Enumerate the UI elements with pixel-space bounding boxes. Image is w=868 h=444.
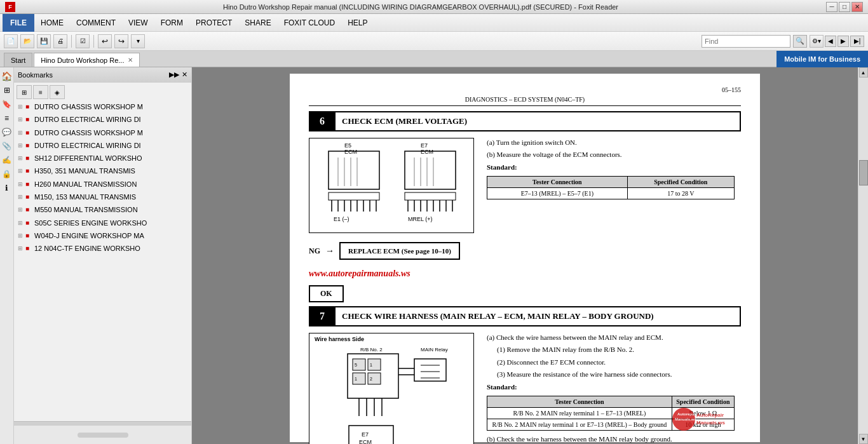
close-button[interactable]: ✕ (851, 2, 863, 12)
ng-label: NG (309, 246, 320, 256)
expand-icon[interactable]: ▶▶ (169, 71, 179, 79)
checkbox-button[interactable]: ☑ (76, 34, 90, 48)
table6-header-1: Specified Condition (627, 177, 734, 188)
iconbar-attach[interactable]: 📎 (1, 140, 13, 152)
scroll-up-button[interactable]: ▲ (859, 67, 868, 77)
window-controls[interactable]: ─ □ ✕ (826, 2, 863, 12)
menu-foxit-cloud[interactable]: FOXIT CLOUD (278, 14, 341, 32)
svg-text:ECM: ECM (359, 439, 372, 444)
extra-button[interactable]: ▾ (131, 34, 145, 48)
diag-header-text: DIAGNOSTICS – ECD SYSTEM (N04C–TF) (465, 96, 585, 103)
nav-next-button[interactable]: ▶ (837, 36, 849, 47)
bookmarks-list: ⊞ ■ DUTRO CHASSIS WORKSHOP M ⊞ ■ DUTRO E… (14, 100, 191, 421)
bookmark-text-1: DUTRO ELECTRICAL WIRING DI (34, 115, 187, 124)
bookmark-item-11[interactable]: ⊞ ■ 12 N04C-TF ENGINE WORKSHO (14, 242, 191, 255)
svg-text:MREL (+): MREL (+) (408, 216, 432, 222)
print-button[interactable]: 🖨 (53, 34, 67, 48)
tab-start[interactable]: Start (4, 53, 32, 67)
redo-button[interactable]: ↪ (114, 34, 128, 48)
window-title: Hino Dutro Workshop Repair manual (INCLU… (15, 3, 826, 11)
nav-prev-button[interactable]: ◀ (825, 36, 836, 47)
bookmark-text-6: H260 MANUAL TRANSMISSION (34, 180, 187, 189)
iconbar-comments[interactable]: 💬 (1, 126, 13, 138)
iconbar-info[interactable]: ℹ (1, 182, 13, 194)
bookmark-item-3[interactable]: ⊞ ■ DUTRO ELECTRICAL WIRING DI (14, 139, 191, 152)
section7-box: 7 CHECK WIRE HARNESS (MAIN RELAY – ECM, … (309, 306, 741, 326)
right-scrollbar[interactable]: ▲ ▼ (858, 67, 868, 444)
undo-button[interactable]: ↩ (98, 34, 112, 48)
iconbar-bookmarks[interactable]: 🔖 (1, 98, 13, 111)
expand-arrow-2: ⊞ (18, 130, 23, 136)
section7-title: CHECK WIRE HARNESS (MAIN RELAY – ECM, MA… (334, 307, 740, 325)
bookmark-item-5[interactable]: ⊞ ■ H350, 351 MANUAL TRANSMIS (14, 165, 191, 177)
menu-comment[interactable]: COMMENT (70, 14, 122, 32)
svg-rect-3 (329, 192, 379, 200)
bookmark-item-4[interactable]: ⊞ ■ SH12 DIFFERENTIAL WORKSHO (14, 152, 191, 165)
iconbar-layers[interactable]: ≡ (1, 112, 13, 124)
menu-help[interactable]: HELP (341, 14, 374, 32)
search-input[interactable] (702, 35, 790, 48)
table6-header-0: Tester Connection (487, 177, 628, 188)
bookmark-item-10[interactable]: ⊞ ■ W04D-J ENGINE WORKSHOP MA (14, 229, 191, 242)
search-button[interactable]: 🔍 (793, 35, 807, 48)
menu-file[interactable]: FILE (3, 14, 34, 32)
bookmark-item-2[interactable]: ⊞ ■ DUTRO CHASSIS WORKSHOP M (14, 126, 191, 139)
menu-form[interactable]: FORM (154, 14, 189, 32)
tab-close-icon[interactable]: ✕ (128, 57, 133, 64)
bookmark-text-0: DUTRO CHASSIS WORKSHOP M (34, 102, 187, 111)
section6-instructions: (a) Turn the ignition switch ON. (b) Mea… (487, 138, 735, 233)
ng-replace-row: NG → REPLACE ECM (See page 10–10) (309, 238, 741, 264)
iconbar-sign[interactable]: ✍ (1, 154, 13, 166)
sidebar-tools: ⊞ ≡ ◈ (14, 83, 191, 100)
iconbar-lock[interactable]: 🔒 (1, 168, 13, 180)
minimize-button[interactable]: ─ (826, 2, 837, 12)
sidebar-tool-3[interactable]: ◈ (50, 85, 65, 99)
bookmark-icon-8: ■ (25, 206, 32, 213)
save-button[interactable]: 💾 (37, 34, 51, 48)
nav-last-button[interactable]: ▶| (850, 36, 864, 47)
bookmark-text-8: M550 MANUAL TRANSMISSION (34, 205, 187, 214)
menu-protect[interactable]: PROTECT (189, 14, 238, 32)
bookmark-icon-0: ■ (25, 103, 32, 110)
bookmark-text-3: DUTRO ELECTRICAL WIRING DI (34, 141, 187, 150)
standard-label-6: Standard: (487, 163, 735, 172)
mobile-im-banner[interactable]: Mobile IM for Business (776, 51, 868, 67)
bookmark-text-11: 12 N04C-TF ENGINE WORKSHO (34, 244, 187, 253)
menu-home[interactable]: HOME (34, 14, 70, 32)
svg-text:E5: E5 (344, 142, 351, 149)
table7-row0-col0: R/B No. 2 MAIN relay terminal 1 – E7–13 … (487, 407, 672, 419)
restore-button[interactable]: □ (839, 2, 850, 12)
gear-area: ⚙▾ ◀ ▶ ▶| (810, 35, 864, 48)
tab-hino-label: Hino Dutro Workshop Re... (41, 57, 124, 64)
bookmark-text-7: M150, 153 MANUAL TRANSMIS (34, 192, 187, 201)
bookmark-item-7[interactable]: ⊞ ■ M150, 153 MANUAL TRANSMIS (14, 191, 191, 203)
table7-header-0: Tester Connection (487, 396, 672, 407)
bookmark-item-1[interactable]: ⊞ ■ DUTRO ELECTRICAL WIRING DI (14, 113, 191, 126)
scroll-thumb[interactable] (859, 160, 868, 185)
sidebar-tool-1[interactable]: ⊞ (17, 85, 32, 99)
bookmark-item-9[interactable]: ⊞ ■ S05C SERIES ENGINE WORKSHO (14, 217, 191, 229)
tab-hino[interactable]: Hino Dutro Workshop Re... ✕ (34, 53, 140, 67)
menu-view[interactable]: VIEW (122, 14, 154, 32)
open-button[interactable]: 📂 (20, 34, 34, 48)
iconbar-home[interactable]: 🏠 (1, 70, 13, 83)
expand-arrow-10: ⊞ (18, 232, 23, 239)
new-button[interactable]: 📄 (4, 34, 18, 48)
bookmark-icon-5: ■ (25, 167, 32, 174)
menu-share[interactable]: SHARE (238, 14, 277, 32)
pdf-area[interactable]: 05–155 DIAGNOSTICS – ECD SYSTEM (N04C–TF… (192, 67, 858, 444)
toolbar-separator-1 (71, 35, 72, 48)
section6-number: 6 (310, 112, 334, 130)
watermark-bottom: Autorepair Manuals.ws AutoRepair Manuals… (671, 407, 747, 433)
expand-arrow-9: ⊞ (18, 220, 23, 226)
bookmark-item-8[interactable]: ⊞ ■ M550 MANUAL TRANSMISSION (14, 203, 191, 216)
sidebar-tool-2[interactable]: ≡ (33, 85, 48, 99)
scroll-down-button[interactable]: ▼ (859, 434, 868, 444)
bookmark-item-6[interactable]: ⊞ ■ H260 MANUAL TRANSMISSION (14, 178, 191, 191)
sidebar: Bookmarks ▶▶ ✕ ⊞ ≡ ◈ ⊞ ■ DUTRO CHASSIS W… (14, 67, 192, 444)
sidebar-close-icon[interactable]: ✕ (182, 71, 187, 79)
bookmark-item-0[interactable]: ⊞ ■ DUTRO CHASSIS WORKSHOP M (14, 100, 191, 113)
gear-button[interactable]: ⚙▾ (810, 35, 824, 48)
step-7-sub2: (2) Disconnect the E7 ECM connector. (487, 358, 735, 367)
iconbar-thumbs[interactable]: ⊞ (1, 84, 13, 97)
